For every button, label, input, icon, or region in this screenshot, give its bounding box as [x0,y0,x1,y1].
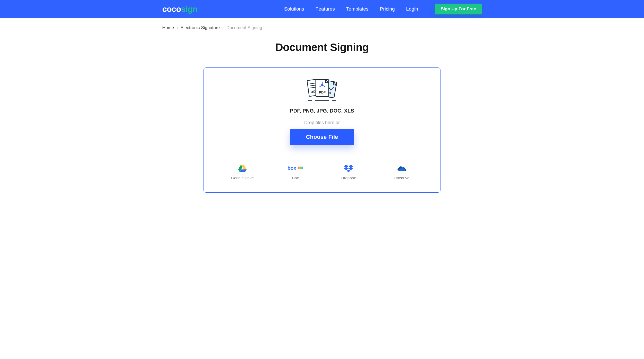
provider-google-drive[interactable]: Google Drive [228,164,257,180]
page-title: Document Signing [0,41,644,54]
chevron-right-icon: › [222,25,224,30]
svg-text:PDF: PDF [319,90,326,94]
brand-logo[interactable]: cocosign [162,4,197,14]
choose-file-button[interactable]: Choose File [290,129,354,145]
nav-templates[interactable]: Templates [346,6,369,12]
brand-logo-part1: coco [162,4,181,14]
breadcrumb: Home › Electronic Signature › Document S… [162,18,482,33]
drop-files-hint: Drop files here or [219,120,425,125]
svg-rect-23 [298,167,303,169]
provider-onedrive[interactable]: Onedrive [387,164,416,180]
provider-dropbox[interactable]: Dropbox [334,164,363,180]
box-icon: box [287,164,303,172]
nav-pricing[interactable]: Pricing [380,6,395,12]
supported-formats-text: PDF, PNG, JPG, DOC, XLS [219,108,425,114]
svg-marker-27 [349,167,353,170]
breadcrumb-current: Document Signing [226,25,262,30]
breadcrumb-home[interactable]: Home [162,25,174,30]
svg-text:box: box [287,165,296,171]
nav-solutions[interactable]: Solutions [284,6,304,12]
main-nav: Solutions Features Templates Pricing Log… [284,4,482,14]
brand-logo-part2: sign [181,4,198,14]
chevron-right-icon: › [176,25,178,30]
provider-label: Box [292,176,299,180]
dropbox-icon [344,164,353,172]
breadcrumb-electronic-signature[interactable]: Electronic Signature [181,25,220,30]
onedrive-icon [396,164,407,172]
provider-label: Onedrive [394,176,410,180]
provider-label: Dropbox [341,176,356,180]
cloud-providers-row: Google Drive box Box [219,164,425,180]
documents-illustration-icon: DOC JPG PDF [219,79,425,102]
svg-marker-26 [344,167,349,170]
upload-panel: DOC JPG PDF [204,67,440,193]
top-header: cocosign Solutions Features Templates Pr… [0,0,644,18]
nav-login[interactable]: Login [406,6,418,12]
nav-features[interactable]: Features [316,6,335,12]
google-drive-icon [238,164,247,172]
provider-label: Google Drive [231,176,254,180]
provider-box[interactable]: box Box [281,164,310,180]
svg-marker-28 [347,170,351,172]
divider [240,156,404,156]
signup-button[interactable]: Sign Up For Free [435,4,482,14]
